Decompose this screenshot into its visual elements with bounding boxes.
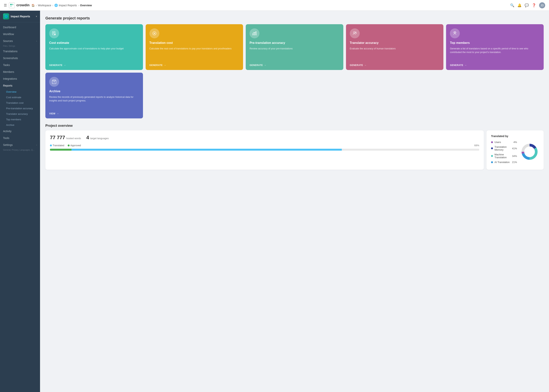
sidebar-project[interactable]: 🌐 Impact Reports ▾: [0, 11, 40, 22]
hamburger-icon[interactable]: ☰: [4, 3, 7, 7]
card-archive[interactable]: Archive Review the records of previously…: [45, 73, 143, 119]
card-top-members-icon: [450, 28, 460, 38]
breadcrumb-workspace[interactable]: Workspace: [38, 4, 51, 7]
sidebar-item-members[interactable]: Members: [0, 69, 40, 75]
bell-icon[interactable]: 🔔: [517, 3, 521, 7]
translated-dot: [50, 145, 52, 147]
project-overview-title: Project overview: [45, 124, 544, 128]
project-icon: 🌐: [3, 13, 9, 20]
sidebar-item-sources-label: Sources: [3, 40, 13, 42]
sidebar-item-settings[interactable]: Settings ›: [0, 141, 40, 148]
mt-label: Machine Translation: [494, 153, 512, 159]
card-translator-accuracy-generate[interactable]: GENERATE →: [350, 64, 440, 67]
tb-row-tm: Translation Memory 41%: [491, 146, 517, 151]
hosted-words-label: hosted words: [66, 137, 81, 140]
sidebar-item-settings-label: Settings: [3, 143, 13, 147]
progress-bar: [50, 149, 479, 151]
arrow-right-icon-5: →: [464, 64, 467, 67]
sidebar-item-integrations[interactable]: Integrations: [0, 75, 40, 82]
reports-submenu: Overview Cost estimate Translation cost …: [0, 89, 40, 128]
card-pre-translation-generate[interactable]: GENERATE →: [250, 64, 340, 67]
svg-rect-1: [12, 4, 13, 5]
project-overview-section: Project overview 77 777 hosted words 4 t…: [45, 124, 544, 170]
sidebar-item-tasks-label: Tasks: [3, 63, 10, 67]
card-cost-estimate-title: Cost estimate: [49, 41, 139, 45]
help-icon[interactable]: ❓: [532, 3, 536, 7]
users-dot: [491, 141, 493, 143]
sidebar-sub-cost-estimate[interactable]: Cost estimate: [3, 95, 40, 100]
breadcrumb: 🏠 › Workspace › 🌐 Impact Reports › Overv…: [31, 4, 92, 7]
sidebar-sub-translation-cost[interactable]: Translation cost: [3, 100, 40, 106]
generate-label-5: GENERATE: [450, 64, 463, 67]
sources-sub-label: Files, Strings: [0, 44, 40, 48]
card-pre-translation-accuracy[interactable]: Pre-translation accuracy Review accuracy…: [246, 24, 343, 70]
project-dropdown-icon: ▾: [36, 15, 37, 18]
ai-label: AI Translation: [494, 161, 512, 164]
card-top-members[interactable]: Top members Generate a list of translato…: [446, 24, 544, 70]
users-label: Users: [494, 141, 513, 144]
sidebar-item-translations[interactable]: Translations: [0, 48, 40, 55]
card-translation-cost-generate[interactable]: GENERATE →: [149, 64, 239, 67]
sidebar-item-dashboard-label: Dashboard: [3, 26, 16, 29]
generate-label-2: GENERATE: [149, 64, 163, 67]
legend-row: Translated Approved 68%: [50, 144, 479, 147]
sidebar-item-screenshots[interactable]: Screenshots: [0, 55, 40, 62]
svg-rect-6: [254, 33, 255, 35]
generate-label-4: GENERATE: [350, 64, 363, 67]
chat-icon[interactable]: 💬: [525, 3, 529, 7]
card-pre-translation-desc: Review accuracy of your pre-translations: [250, 47, 340, 60]
sidebar-item-reports[interactable]: Reports: [0, 82, 40, 89]
arrow-right-icon-4: →: [364, 64, 367, 67]
search-icon[interactable]: 🔍: [510, 3, 514, 7]
ai-dot: [491, 161, 493, 163]
topbar-left: ☰ crowdin 🏠 › Workspace › 🌐 Impact Repor…: [4, 2, 92, 8]
translated-by-list: Users 4% Translation Memory 41% Machine …: [491, 141, 517, 166]
sidebar-item-tasks[interactable]: Tasks: [0, 62, 40, 69]
main-content: Generate project reports Cost estimate C…: [40, 11, 549, 392]
card-cost-estimate-generate[interactable]: GENERATE →: [49, 64, 139, 67]
sidebar-sub-top-members[interactable]: Top members: [3, 117, 40, 122]
card-top-members-generate[interactable]: GENERATE →: [450, 64, 540, 67]
target-languages-stat: 4 target languages: [86, 135, 109, 140]
sidebar-item-dashboard[interactable]: Dashboard: [0, 24, 40, 31]
sidebar-item-activity[interactable]: Activity: [0, 128, 40, 135]
card-pre-translation-icon: [250, 28, 259, 38]
hosted-words-stat: 77 777 hosted words: [50, 135, 81, 140]
generate-label-3: GENERATE: [250, 64, 263, 67]
sidebar-item-sources[interactable]: Sources ›: [0, 38, 40, 44]
svg-rect-2: [10, 6, 12, 7]
card-cost-estimate[interactable]: Cost estimate Calculate the approximate …: [45, 24, 143, 70]
card-translation-cost[interactable]: Translation cost Calculate the real cost…: [146, 24, 243, 70]
settings-arrow-icon: ›: [36, 144, 37, 146]
arrow-right-icon-2: →: [164, 64, 166, 67]
svg-point-9: [355, 32, 356, 33]
overview-grid: 77 777 hosted words 4 target languages T…: [45, 130, 544, 170]
card-top-members-desc: Generate a list of translators based on …: [450, 47, 540, 60]
mt-pct: 34%: [512, 155, 517, 157]
sidebar-sub-overview[interactable]: Overview: [3, 89, 40, 95]
approved-label: Approved: [70, 144, 81, 147]
sidebar-sub-translator-accuracy[interactable]: Translator accuracy: [3, 111, 40, 117]
sidebar-item-integrations-label: Integrations: [3, 77, 17, 80]
sidebar-sub-archive[interactable]: Archive: [3, 122, 40, 128]
home-icon[interactable]: 🏠: [31, 4, 35, 7]
topbar: ☰ crowdin 🏠 › Workspace › 🌐 Impact Repor…: [0, 0, 549, 11]
sidebar-item-workflow[interactable]: Workflow: [0, 31, 40, 38]
translated-by-title: Translated by: [491, 135, 539, 138]
hosted-words-number: 77 777: [50, 135, 65, 140]
sidebar-sub-pre-translation-accuracy[interactable]: Pre-translation accuracy: [3, 106, 40, 111]
card-translator-accuracy-title: Translator accuracy: [350, 41, 440, 45]
card-archive-view[interactable]: VIEW →: [49, 112, 139, 115]
sidebar-item-translations-label: Translations: [3, 50, 18, 53]
svg-rect-0: [10, 4, 12, 5]
sidebar-item-activity-label: Activity: [3, 130, 11, 133]
breadcrumb-section[interactable]: Impact Reports: [59, 4, 77, 7]
avatar[interactable]: JD: [539, 2, 545, 8]
card-archive-desc: Review the records of previously generat…: [49, 95, 139, 109]
card-translator-accuracy[interactable]: Translator accuracy Evaluate the accurac…: [346, 24, 444, 70]
logo: crowdin: [9, 2, 29, 8]
sidebar-item-workflow-label: Workflow: [3, 33, 14, 36]
sidebar-item-tools[interactable]: Tools: [0, 135, 40, 141]
stats-card: 77 777 hosted words 4 target languages T…: [45, 130, 484, 170]
tm-pct: 41%: [512, 147, 517, 150]
